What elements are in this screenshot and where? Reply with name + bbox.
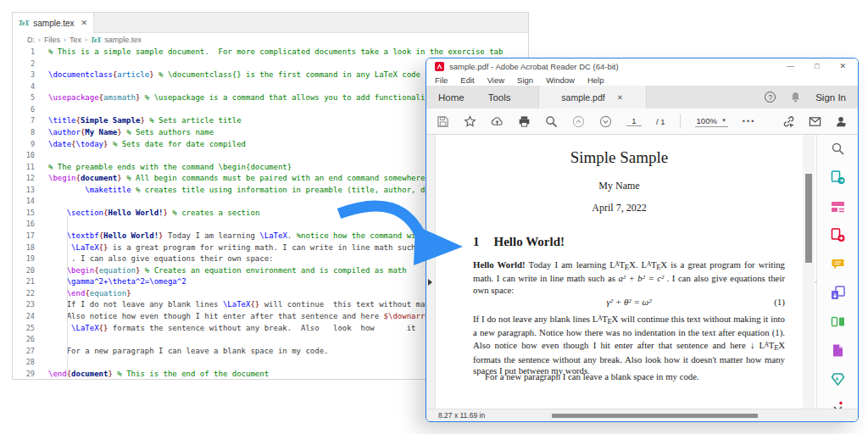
line-number: 8 (13, 127, 48, 139)
code-text: For a new paragraph I can leave a blank … (48, 346, 329, 358)
latex-logo: LATEX (760, 340, 785, 350)
code-text: \documentclass{article} % \documentclass… (48, 70, 420, 81)
combine-files-icon[interactable] (831, 286, 845, 300)
pdf-author: My Name (436, 180, 803, 192)
line-number: 9 (13, 139, 48, 151)
menu-bar: FileEditViewSignWindowHelp (426, 74, 858, 86)
line-number: 13 (13, 185, 48, 197)
code-text: \begin{document} % All begin commands mu… (48, 173, 425, 185)
email-icon[interactable] (809, 115, 821, 128)
code-text: \date{\today} % Sets date for date compi… (48, 139, 246, 151)
vertical-scrollbar[interactable] (803, 135, 815, 409)
menu-item-edit[interactable]: Edit (460, 75, 474, 85)
editor-tab-label: sample.tex (33, 19, 74, 28)
tab-document[interactable]: sample.pdf ✕ (538, 86, 647, 108)
editor-tab-sample-tex[interactable]: TeX sample.tex ✕ (13, 13, 94, 33)
line-number: 23 (13, 299, 48, 311)
equation-number: (1) (774, 297, 785, 307)
save-icon[interactable] (437, 115, 449, 128)
pdf-section-heading: 1Hello World! (473, 235, 565, 249)
compress-pdf-icon[interactable] (831, 343, 845, 358)
comment-icon[interactable] (831, 257, 845, 271)
line-number: 11 (13, 162, 48, 174)
line-number: 7 (13, 115, 48, 127)
cloud-upload-icon[interactable] (491, 115, 504, 128)
create-pdf-icon[interactable] (831, 228, 845, 242)
search-tools-icon[interactable] (831, 142, 845, 156)
minimize-button[interactable]: — (787, 63, 794, 70)
line-number: 3 (13, 70, 48, 81)
menu-item-file[interactable]: File (435, 75, 448, 85)
close-button[interactable]: ✕ (839, 63, 846, 70)
menu-item-view[interactable]: View (487, 75, 504, 85)
tab-tools[interactable]: Tools (476, 92, 523, 103)
breadcrumb-item[interactable]: Tex (70, 36, 81, 44)
code-text: \author{My Name} % Sets authors name (48, 127, 214, 139)
code-text: If I do not leave any blank lines \LaTeX… (48, 299, 443, 311)
editor-tab-bar: TeX sample.tex ✕ (13, 13, 528, 33)
tools-sidebar: A (816, 135, 858, 409)
sign-in-button[interactable]: Sign In (815, 92, 846, 103)
star-favorite-icon[interactable] (464, 115, 476, 128)
search-icon[interactable] (545, 115, 558, 128)
export-pdf-icon[interactable] (831, 170, 845, 185)
more-tools-icon[interactable]: ••• (743, 117, 755, 125)
acrobat-window: sample.pdf - Adobe Acrobat Reader DC (64… (426, 58, 859, 422)
code-text: \title{Simple Sample} % Sets article tit… (48, 115, 242, 127)
equation-body: γ² + θ² = ω² (606, 297, 651, 307)
print-icon[interactable] (518, 115, 531, 128)
breadcrumb-item[interactable]: D: (27, 36, 35, 44)
vertical-scrollbar-thumb[interactable] (805, 174, 812, 263)
pdf-equation: γ² + θ² = ω² (1) (473, 297, 785, 307)
line-number: 12 (13, 173, 48, 185)
chevron-right-icon: › (38, 36, 41, 44)
code-text: \end{document} % This is the end of the … (48, 369, 269, 380)
organize-pages-icon[interactable] (831, 314, 845, 329)
line-number: 5 (13, 92, 48, 104)
next-page-icon[interactable] (599, 115, 612, 128)
edit-pdf-icon[interactable] (831, 199, 845, 214)
document-tab-label: sample.pdf (561, 92, 604, 103)
menu-item-sign[interactable]: Sign (517, 75, 533, 85)
toolbar-divider (680, 114, 681, 128)
nav-pane-expand-icon[interactable] (428, 279, 432, 286)
breadcrumb[interactable]: D:›Files›Tex›TeXsample.tex (13, 35, 528, 45)
code-text: \gamma^2+\theta^2=\omega^2 (48, 276, 186, 288)
zoom-select[interactable]: 100% ▼ (695, 116, 728, 127)
maximize-button[interactable]: □ (815, 63, 819, 70)
line-number: 16 (13, 219, 48, 231)
line-number: 10 (13, 150, 48, 162)
code-line[interactable]: 1% This is a simple sample document. For… (13, 47, 528, 58)
acrobat-title-bar[interactable]: sample.pdf - Adobe Acrobat Reader DC (64… (426, 58, 858, 74)
line-number: 24 (13, 311, 48, 323)
line-number: 25 (13, 323, 48, 335)
tab-home[interactable]: Home (426, 92, 476, 103)
breadcrumb-item[interactable]: sample.tex (104, 36, 142, 44)
indent-guide (67, 215, 68, 380)
horizontal-scrollbar-thumb[interactable] (552, 414, 758, 418)
code-text: % The preamble ends with the command \be… (48, 162, 292, 174)
previous-page-icon[interactable] (572, 115, 585, 128)
sign-account-icon[interactable] (835, 115, 848, 128)
tex-file-icon: TeX (91, 36, 101, 44)
document-tab-close-icon[interactable]: ✕ (617, 93, 623, 102)
share-link-icon[interactable] (782, 115, 795, 128)
document-area: Simple Sample My Name April 7, 2022 1Hel… (426, 135, 858, 409)
code-text: \end{equation} (48, 288, 131, 300)
page-number-input[interactable]: 1 (626, 116, 642, 126)
line-number: 14 (13, 196, 48, 208)
help-icon[interactable]: ? (765, 92, 776, 103)
scan-ocr-icon[interactable]: A (831, 372, 845, 387)
menu-item-window[interactable]: Window (546, 75, 575, 85)
tab-close-icon[interactable]: ✕ (81, 19, 87, 27)
code-text: \LaTeX{} formats the sentence without an… (48, 323, 416, 335)
notification-bell-icon[interactable] (789, 91, 802, 103)
page-count-label: / 1 (656, 117, 665, 126)
line-number: 2 (13, 58, 48, 70)
line-number: 17 (13, 231, 48, 242)
menu-item-help[interactable]: Help (587, 75, 604, 85)
code-text: \section{Hello World!} % creates a secti… (48, 208, 259, 220)
section-number: 1 (473, 235, 480, 248)
breadcrumb-item[interactable]: Files (44, 36, 60, 44)
section-title: Hello World! (494, 235, 565, 248)
